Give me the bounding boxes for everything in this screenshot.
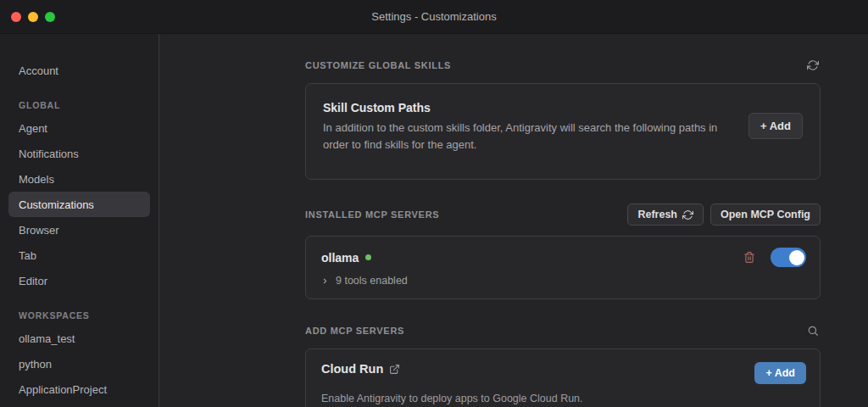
- settings-sidebar: Account GLOBAL Agent Notifications Model…: [0, 34, 159, 407]
- sync-icon: [807, 59, 819, 71]
- sidebar-section-global: GLOBAL: [8, 100, 150, 110]
- open-mcp-config-button[interactable]: Open MCP Config: [710, 204, 821, 226]
- delete-server-button[interactable]: [742, 249, 757, 265]
- skill-custom-paths-title: Skill Custom Paths: [323, 101, 732, 114]
- sidebar-item-python[interactable]: python: [8, 351, 150, 376]
- expand-tools-chevron-icon[interactable]: [321, 277, 329, 285]
- refresh-icon: [682, 209, 693, 220]
- titlebar: Settings - Customizations: [0, 0, 868, 34]
- tools-enabled-summary[interactable]: 9 tools enabled: [336, 275, 408, 287]
- toggle-knob: [789, 250, 804, 265]
- refresh-skills-icon[interactable]: [805, 58, 821, 73]
- skill-custom-paths-description: In addition to the custom skills folder,…: [323, 120, 721, 153]
- installed-mcp-servers-header: INSTALLED MCP SERVERS: [305, 209, 439, 220]
- search-icon: [807, 325, 819, 337]
- sidebar-item-browser[interactable]: Browser: [8, 217, 150, 243]
- sidebar-item-account[interactable]: Account: [8, 58, 150, 83]
- close-window-button[interactable]: [11, 12, 21, 22]
- sidebar-item-notifications[interactable]: Notifications: [8, 141, 150, 166]
- sidebar-item-ollama-test[interactable]: ollama_test: [8, 326, 150, 351]
- settings-main-panel: CUSTOMIZE GLOBAL SKILLS Skill Custom Pat…: [159, 34, 868, 407]
- server-status-dot: [365, 254, 371, 260]
- add-mcp-servers-list: Cloud Run + Add Enable Antigravit: [305, 348, 821, 407]
- add-mcp-servers-header: ADD MCP SERVERS: [305, 326, 404, 336]
- external-link-icon: [389, 364, 400, 375]
- search-mcp-servers-button[interactable]: [805, 323, 821, 338]
- skill-custom-paths-card: Skill Custom Paths In addition to the cu…: [305, 83, 821, 180]
- sidebar-item-customizations[interactable]: Customizations: [8, 192, 150, 217]
- sidebar-item-applicationproject[interactable]: ApplicationProject: [8, 376, 150, 402]
- add-cloud-run-button[interactable]: + Add: [754, 362, 806, 384]
- minimize-window-button[interactable]: [28, 12, 38, 22]
- cloud-run-title[interactable]: Cloud Run: [321, 362, 400, 376]
- mcp-server-name: ollama: [321, 251, 359, 265]
- sidebar-item-agent[interactable]: Agent: [8, 115, 150, 141]
- mcp-server-ollama-card: ollama: [305, 236, 821, 299]
- customize-global-skills-header: CUSTOMIZE GLOBAL SKILLS: [305, 60, 451, 70]
- cloud-run-name: Cloud Run: [321, 362, 383, 376]
- traffic-lights: [0, 12, 55, 22]
- zoom-window-button[interactable]: [45, 12, 55, 22]
- settings-window: Settings - Customizations Account GLOBAL…: [0, 0, 868, 407]
- cloud-run-description: Enable Antigravity to deploy apps to Goo…: [321, 393, 806, 404]
- mcp-catalog-row-cloud-run: Cloud Run + Add Enable Antigravit: [306, 349, 820, 407]
- refresh-mcp-button[interactable]: Refresh: [627, 204, 704, 226]
- sidebar-section-workspaces: WORKSPACES: [8, 310, 150, 321]
- server-enabled-toggle[interactable]: [771, 248, 806, 267]
- sidebar-item-models[interactable]: Models: [8, 166, 150, 192]
- sidebar-item-editor[interactable]: Editor: [8, 268, 150, 293]
- add-skill-path-button[interactable]: + Add: [748, 113, 803, 139]
- window-title: Settings - Customizations: [0, 10, 868, 23]
- refresh-mcp-button-label: Refresh: [637, 209, 677, 220]
- sidebar-item-tab[interactable]: Tab: [8, 243, 150, 268]
- trash-icon: [743, 251, 755, 264]
